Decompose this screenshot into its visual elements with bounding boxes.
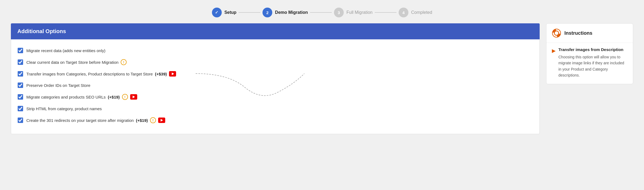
option-checkbox-3[interactable] [18,71,23,77]
step-connector-1 [239,12,260,13]
instruction-item-title: Transfer images from Description [558,47,627,52]
instructions-box: Instructions ▶ Transfer images from Desc… [546,23,633,84]
options-body: Migrate recent data (adds new entities o… [11,39,540,134]
option-price-5: (+$19) [108,95,120,99]
option-label-5: Migrate categories and products SEO URLs… [26,94,137,100]
option-text-1: Migrate recent data (adds new entities o… [26,48,105,53]
svg-point-11 [554,31,559,35]
option-checkbox-2[interactable] [18,59,23,65]
option-row-4: Preserve Order IDs on Target Store [18,80,533,91]
option-row-2: Clear current data on Target Store befor… [18,56,533,68]
option-row-7: Create the 301 redirects on your target … [18,114,533,126]
right-panel: Instructions ▶ Transfer images from Desc… [546,23,633,182]
option-row-3: Transfer images from Categories, Product… [18,68,533,80]
instructions-header: Instructions [546,24,633,43]
checkmark-icon: ✓ [215,10,218,15]
option-text-5: Migrate categories and products SEO URLs [26,95,106,99]
main-content: Additional Options Migrate recent data (… [0,23,644,190]
step-demo: 2 Demo Migration [262,8,308,17]
step-full-label: Full Migration [346,10,373,15]
option-checkbox-5[interactable] [18,94,23,100]
option-label-2: Clear current data on Target Store befor… [26,59,127,65]
option-row-5: Migrate categories and products SEO URLs… [18,91,533,103]
option-label-6: Strip HTML from category, product names [26,106,102,111]
options-header: Additional Options [11,23,540,39]
option-label-4: Preserve Order IDs on Target Store [26,83,90,88]
option-label-3: Transfer images from Categories, Product… [26,71,176,77]
option-text-2: Clear current data on Target Store befor… [26,60,118,65]
option-checkbox-7[interactable] [18,118,23,123]
warning-icon-5[interactable]: ! [122,94,128,100]
option-row-6: Strip HTML from category, product names [18,103,533,114]
instructions-body: ▶ Transfer images from Description Choos… [546,43,633,84]
option-checkbox-4[interactable] [18,83,23,88]
option-price-7: (+$19) [136,118,148,123]
youtube-icon-3[interactable] [169,71,176,77]
step-setup-circle: ✓ [212,8,222,17]
option-label-7: Create the 301 redirects on your target … [26,117,165,123]
step-demo-number: 2 [266,10,268,15]
option-checkbox-6[interactable] [18,106,23,111]
warning-icon-7[interactable]: ! [150,117,156,123]
option-label-1: Migrate recent data (adds new entities o… [26,48,105,53]
option-text-6: Strip HTML from category, product names [26,106,102,111]
step-full: 3 Full Migration [334,8,373,17]
lifebuoy-icon [552,28,561,38]
step-completed-number: 4 [402,10,405,15]
step-completed: 4 Completed [399,8,432,17]
step-demo-circle: 2 [262,8,272,17]
step-setup-label: Setup [224,10,236,15]
instruction-item-desc: Choosing this option will allow you to m… [558,54,627,78]
youtube-icon-7[interactable] [158,118,165,123]
instructions-title: Instructions [564,30,592,36]
option-text-4: Preserve Order IDs on Target Store [26,83,90,88]
youtube-icon-5[interactable] [130,94,137,100]
option-price-3: (+$39) [155,72,167,76]
step-connector-3 [375,12,396,13]
step-completed-label: Completed [411,10,432,15]
instruction-item: ▶ Transfer images from Description Choos… [552,47,627,78]
option-text-7: Create the 301 redirects on your target … [26,118,134,123]
step-demo-label: Demo Migration [275,10,308,15]
step-setup: ✓ Setup [212,8,236,17]
stepper: ✓ Setup 2 Demo Migration 3 Full Migratio… [0,0,644,23]
option-row-1: Migrate recent data (adds new entities o… [18,45,533,56]
left-panel: Additional Options Migrate recent data (… [11,23,540,182]
step-connector-2 [310,12,332,13]
step-completed-circle: 4 [399,8,408,17]
step-full-circle: 3 [334,8,344,17]
step-full-number: 3 [338,10,340,15]
options-wrapper: Additional Options Migrate recent data (… [11,23,540,134]
arrow-indicator-icon: ▶ [552,48,556,54]
options-header-label: Additional Options [17,28,66,34]
instruction-content: Transfer images from Description Choosin… [558,47,627,78]
option-checkbox-1[interactable] [18,48,23,53]
option-text-3: Transfer images from Categories, Product… [26,72,153,76]
warning-icon-2[interactable]: ! [121,59,127,65]
